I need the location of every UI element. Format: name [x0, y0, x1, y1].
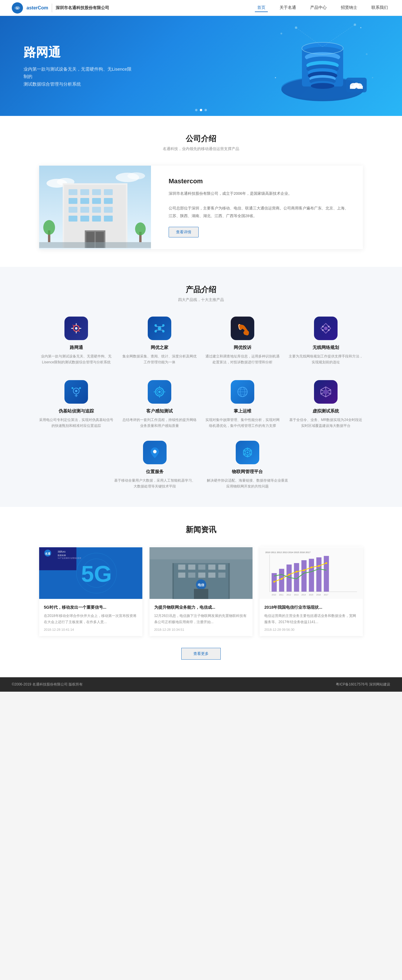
product-name-luwangtong: 路网通 — [70, 345, 83, 350]
svg-rect-47 — [69, 198, 77, 204]
news-card-2[interactable]: 电信 为提升物联网业务能力，电信成... 12月26日讯息，电信旗下注子物联网发… — [150, 547, 253, 636]
hero-illustration — [266, 19, 378, 108]
company-section: 公司介绍 名通科技，业内领先的移动通信运营支撑产品 — [0, 116, 402, 267]
svg-rect-169 — [287, 565, 292, 592]
product-icon-xuni — [314, 380, 338, 404]
news-content-3: 2018年我国电信行业市场现状... 电信运营商的主营业务主要包括通话业务和数据… — [260, 600, 363, 636]
products-row3: 位置服务 基于移动全量用户大数据，采用人工智能机器学习、大数据处理等关键技术平段 — [113, 441, 289, 490]
product-desc-luwangtong: 业内第一款与测试设备无关、无需硬件狗、无Lisence限制的测试数据综合管理与分… — [39, 353, 113, 365]
svg-text:投资未来: 投资未来 — [57, 554, 66, 556]
svg-rect-171 — [302, 560, 307, 592]
product-icon-weizhi — [143, 441, 167, 464]
product-desc-weijizhan: 采用电公司专利定位算法，实现对伪真基站信号的快速甄别和精准对应位置追踪 — [39, 417, 113, 429]
svg-point-7 — [372, 77, 373, 78]
svg-rect-57 — [92, 216, 101, 221]
svg-point-130 — [247, 447, 248, 450]
hero-dot-3[interactable] — [204, 109, 207, 111]
svg-rect-62 — [39, 242, 151, 248]
nav-home[interactable]: 首页 — [255, 4, 268, 12]
svg-point-68 — [75, 327, 77, 329]
svg-point-34 — [295, 27, 297, 29]
nav-about[interactable]: 关于名通 — [277, 4, 298, 12]
svg-point-93 — [322, 326, 324, 328]
news-content-2: 为提升物联网业务能力，电信成... 12月26日讯息，电信旗下注子物联网发展的先… — [150, 600, 253, 636]
nav-contact[interactable]: 联系我们 — [369, 4, 390, 12]
svg-point-176 — [281, 578, 282, 580]
svg-rect-168 — [279, 569, 285, 592]
svg-point-84 — [324, 326, 327, 330]
svg-rect-54 — [104, 207, 113, 213]
product-name-wulian: 物联网管理平台 — [232, 469, 263, 474]
svg-point-181 — [318, 565, 320, 567]
news-title-3: 2018年我国电信行业市场现状... — [264, 604, 358, 611]
load-more-button[interactable]: 查看更多 — [181, 648, 221, 660]
product-desc-kehuganzhi: 总结考评的一套列工作流程，持续性的提升网络业务质量和用户感知质量 — [123, 417, 197, 429]
svg-text:2017: 2017 — [324, 594, 329, 596]
product-wangyoutusu: 网优投诉 通过建立和调查地址库信息，运用多种识别机遇处置算法，对投诉数据进行管理… — [206, 317, 280, 365]
news-card-3[interactable]: 2010 2011 2012 2013 2014 2015 2016 2017 — [260, 547, 363, 636]
logo-area: M asterCom 深圳市名通科技股份有限公司 — [12, 2, 109, 14]
svg-text:2010 2011 2012 2013 2014 2015 : 2010 2011 2012 2013 2014 2015 2016 2017 — [265, 551, 311, 554]
hero-dots — [195, 109, 207, 111]
news-image-2: 电信 — [150, 547, 253, 600]
svg-rect-43 — [69, 189, 77, 195]
news-content-1: 5G时代，移动发出一个重要信号... 在2018年移动全球合作伙伴大会上，移动第… — [39, 600, 142, 636]
logo-divider — [52, 3, 52, 12]
product-desc-weizhi: 基于移动全量用户大数据，采用人工智能机器学习、大数据处理等关键技术平段 — [113, 477, 196, 490]
company-body: Mastercom 深圳市名通科技股份有限公司，成立于2006年，是国家级高新技… — [39, 165, 363, 249]
nav-recruit[interactable]: 招贤纳士 — [338, 4, 360, 12]
svg-rect-50 — [104, 198, 113, 204]
product-xuni: 虚拟测试系统 基于全信令、业务、MR数据实现为24全时段近实时区域覆盖建设海大数… — [289, 380, 363, 429]
news-excerpt-1: 在2018年移动全球合作伙伴大会上，移动第一次宣布投资将在大会上还行了主板发展，… — [44, 613, 138, 625]
nav-products[interactable]: 产品中心 — [308, 4, 329, 12]
svg-rect-163 — [194, 589, 208, 599]
product-desc-wangyoujiajia: 集全网数据采集、查阅、统计、深度分析及网优工作管理功能为一体 — [123, 353, 197, 365]
footer-icp: 粤ICP备16017576号 深圳网站建设 — [336, 682, 390, 687]
main-nav: 首页 关于名通 产品中心 招贤纳士 联系我们 — [255, 4, 390, 12]
svg-rect-152 — [208, 565, 215, 570]
logo-text: asterCom — [27, 5, 48, 11]
svg-rect-174 — [324, 556, 329, 592]
news-title-1: 5G时代，移动发出一个重要信号... — [44, 604, 138, 611]
product-name-kehuganzhi: 客户感知测试 — [146, 408, 173, 414]
product-name-wangyoujiajia: 网优之家 — [151, 345, 168, 350]
news-section: 新闻资讯 名通 润风5G 投资未来 5G产业发展研讨会暨项目投资 5G — [0, 507, 402, 677]
company-image — [39, 165, 151, 249]
news-title-2: 为提升物联网业务能力，电信成... — [154, 604, 248, 611]
svg-point-3 — [281, 33, 282, 34]
logo-icon: M — [12, 2, 23, 14]
svg-point-175 — [273, 581, 275, 583]
svg-text:2014: 2014 — [302, 594, 306, 596]
svg-text:2015: 2015 — [309, 594, 313, 596]
hero-dot-2[interactable] — [200, 109, 202, 111]
product-icon-weijizhan — [64, 380, 88, 404]
product-wuxian: 无线网络规划 主要为无线网络规划工作提供支撑手段和方法，实现规划前的选址 — [289, 317, 363, 365]
hero-banner: 路网通 业内第一款与测试设备无关，无需硬件狗、无Lisence限制的 测试数据综… — [0, 16, 402, 116]
svg-point-98 — [75, 390, 77, 392]
product-icon-kehuganzhi — [148, 380, 171, 404]
svg-point-77 — [162, 324, 164, 326]
products-section: 产品介绍 四大产品线，十大主推产品 路网通 业内第一款与测试设备无关、无需硬件狗… — [0, 267, 402, 507]
company-detail-button[interactable]: 查看详情 — [169, 227, 199, 237]
hero-dot-1[interactable] — [195, 109, 198, 111]
svg-rect-160 — [150, 547, 253, 560]
svg-rect-45 — [92, 189, 101, 195]
company-desc1: 深圳市名通科技股份有限公司，成立于2006年，是国家级高新技术企业。 — [169, 190, 351, 197]
svg-point-64 — [43, 220, 55, 235]
svg-point-95 — [322, 329, 324, 331]
header: M asterCom 深圳市名通科技股份有限公司 首页 关于名通 产品中心 招贤… — [0, 0, 402, 16]
svg-point-129 — [247, 452, 248, 453]
product-desc-wulian: 解决硬件协议适配、海量链接、数据存储等企业垂直应用物联网开发的共性问题 — [206, 477, 289, 490]
svg-text:2012: 2012 — [287, 594, 291, 596]
svg-text:2011: 2011 — [279, 594, 284, 596]
product-wulian: 物联网管理平台 解决硬件协议适配、海量链接、数据存储等企业垂直应用物联网开发的共… — [206, 441, 289, 490]
news-date-3: 2018-12-28 09:56:30 — [264, 628, 358, 632]
product-weijizhan: 伪基站侦测与追踪 采用电公司专利定位算法，实现对伪真基站信号的快速甄别和精准对应… — [39, 380, 113, 429]
svg-point-78 — [155, 330, 157, 332]
products-section-subtitle: 四大产品线，十大主推产品 — [24, 297, 378, 302]
svg-rect-55 — [69, 216, 77, 221]
news-excerpt-2: 12月26日讯息，电信旗下注子物联网发展的先置物联科技有条公司正积极地应用南帘，… — [154, 613, 248, 625]
news-card-1[interactable]: 名通 润风5G 投资未来 5G产业发展研讨会暨项目投资 5G 5G时代，移动发出… — [39, 547, 142, 636]
svg-rect-58 — [104, 216, 113, 221]
product-wangyoujiajia: 网优之家 集全网数据采集、查阅、统计、深度分析及网优工作管理功能为一体 — [123, 317, 197, 365]
